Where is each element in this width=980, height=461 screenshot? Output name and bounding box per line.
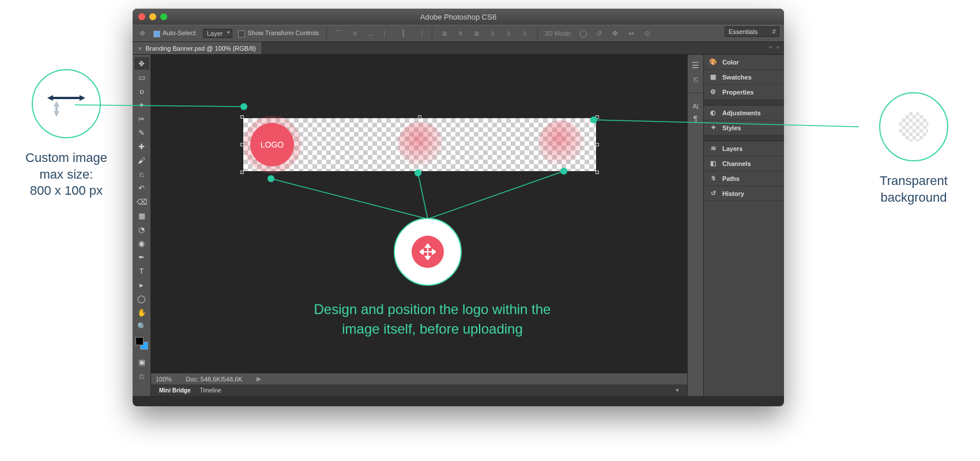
- bottom-panel-collapse-icon[interactable]: ▾: [671, 385, 684, 395]
- distribute-top-icon[interactable]: ≣: [439, 28, 450, 39]
- panel-channels[interactable]: ◧Channels: [704, 156, 784, 171]
- annotation-right-circle: [879, 92, 948, 161]
- healing-brush-tool[interactable]: ✚: [134, 140, 149, 153]
- show-transform-label: Show Transform Controls: [247, 29, 319, 36]
- history-brush-tool[interactable]: ↶: [134, 182, 149, 194]
- screen-mode-toggle[interactable]: ⏍: [134, 369, 149, 382]
- magic-wand-tool[interactable]: ✦: [134, 99, 149, 111]
- annotation-center-circle: [394, 218, 462, 286]
- mode-3d-label: 3D Mode:: [545, 30, 572, 37]
- mini-bridge-tab[interactable]: Mini Bridge: [154, 386, 195, 395]
- align-right-icon[interactable]: ⎹: [414, 28, 425, 39]
- styles-icon: ✦: [708, 124, 718, 131]
- logo-layer[interactable]: LOGO: [250, 123, 294, 167]
- panel-swatches[interactable]: ▦Swatches: [704, 70, 784, 85]
- swatches-icon: ▦: [708, 73, 718, 81]
- workspace-switcher[interactable]: Essentials: [725, 27, 779, 37]
- 3d-orbit-icon[interactable]: ◯: [578, 28, 588, 39]
- palette-icon: 🎨: [708, 58, 718, 66]
- panel-color[interactable]: 🎨Color: [704, 55, 784, 70]
- paragraph-panel-icon[interactable]: ¶: [693, 114, 698, 123]
- svg-marker-2: [80, 95, 85, 101]
- blur-tool[interactable]: ◔: [134, 223, 149, 236]
- lasso-tool[interactable]: ʋ: [134, 85, 149, 97]
- align-top-icon[interactable]: ⎴: [334, 28, 344, 39]
- tab-overflow-icon[interactable]: « »: [766, 42, 784, 54]
- crop-tool[interactable]: ✂: [134, 112, 149, 125]
- document-tab-label: Branding Banner.psd @ 100% (RGB/8): [145, 45, 256, 52]
- auto-select-mode-select[interactable]: Layer: [203, 29, 233, 38]
- document-canvas[interactable]: LOGO: [243, 118, 596, 171]
- clone-stamp-tool[interactable]: ⎌: [134, 168, 149, 180]
- toolbox: ✥ ▭ ʋ ✦ ✂ ✎ ✚ 🖌 ⎌ ↶ ⌫ ▦ ◔ ◉ ✒ T ▸ ◯ ✋ 🔍 …: [133, 55, 151, 396]
- panel-styles[interactable]: ✦Styles: [704, 120, 784, 135]
- align-left-icon[interactable]: ⎸: [382, 28, 393, 39]
- window-title: Adobe Photoshop CS6: [133, 13, 784, 21]
- move-icon-badge: [412, 236, 444, 268]
- distribute-vcenter-icon[interactable]: ≡: [455, 28, 466, 39]
- annotation-right: Transparent background: [853, 92, 974, 206]
- 3d-slide-icon[interactable]: ⇔: [626, 28, 636, 39]
- bottom-panel-tabs: Mini Bridge Timeline ▾: [151, 384, 687, 396]
- auto-select-label: Auto-Select:: [163, 29, 197, 36]
- foreground-color-swatch[interactable]: [135, 337, 144, 345]
- zoom-tool[interactable]: 🔍: [134, 320, 149, 332]
- align-hcenter-icon[interactable]: ┇: [398, 28, 409, 39]
- color-swatches[interactable]: [135, 337, 148, 350]
- 3d-zoom-icon[interactable]: ⊙: [642, 28, 653, 39]
- doc-info[interactable]: Doc: 548,6K/548,6K: [186, 376, 242, 383]
- layers-icon: ≋: [708, 145, 718, 152]
- adjustments-icon: ◐: [708, 109, 718, 116]
- titlebar: Adobe Photoshop CS6: [133, 9, 784, 25]
- document-tab[interactable]: × Branding Banner.psd @ 100% (RGB/8): [133, 42, 262, 54]
- annotation-left-circle: [32, 69, 101, 138]
- zoom-level[interactable]: 100%: [156, 376, 172, 383]
- timeline-tab[interactable]: Timeline: [195, 386, 225, 395]
- eraser-tool[interactable]: ⌫: [134, 195, 149, 208]
- dodge-tool[interactable]: ◉: [134, 237, 149, 250]
- annotation-left-label: Custom image max size: 800 x 100 px: [6, 150, 127, 199]
- align-vcenter-icon[interactable]: ≡: [350, 28, 360, 39]
- character-panel-icon[interactable]: A|: [692, 103, 698, 109]
- align-bottom-icon[interactable]: ⎵: [366, 28, 376, 39]
- right-panels: 🎨Color ▦Swatches ⚙Properties ◐Adjustment…: [703, 55, 784, 396]
- decorative-blob-1[interactable]: [398, 122, 443, 167]
- show-transform-checkbox[interactable]: [238, 31, 245, 37]
- path-selection-tool[interactable]: ▸: [134, 278, 149, 291]
- gradient-tool[interactable]: ▦: [134, 209, 149, 222]
- paths-icon: ↯: [708, 175, 718, 182]
- panel-adjustments[interactable]: ◐Adjustments: [704, 105, 784, 120]
- distribute-bottom-icon[interactable]: ≣: [472, 28, 482, 39]
- annotation-right-label: Transparent background: [853, 173, 974, 206]
- distribute-hcenter-icon[interactable]: ⫴: [504, 28, 514, 39]
- panel-properties[interactable]: ⚙Properties: [704, 85, 784, 100]
- status-flyout-icon[interactable]: ▶: [257, 375, 261, 383]
- brush-tool[interactable]: 🖌: [134, 154, 149, 167]
- clone-source-panel-icon[interactable]: ⎌: [693, 74, 698, 84]
- svg-marker-18: [425, 244, 430, 247]
- pen-tool[interactable]: ✒: [134, 251, 149, 263]
- hand-tool[interactable]: ✋: [134, 306, 149, 319]
- shape-tool[interactable]: ◯: [134, 292, 149, 305]
- brush-panel-icon[interactable]: ☰: [692, 61, 699, 70]
- 3d-roll-icon[interactable]: ↺: [594, 28, 604, 39]
- marquee-tool[interactable]: ▭: [134, 71, 149, 84]
- photoshop-window: Adobe Photoshop CS6 ✥ Auto-Select: Layer…: [133, 9, 784, 406]
- svg-marker-1: [47, 95, 53, 101]
- distribute-left-icon[interactable]: ⫴: [488, 28, 498, 39]
- panel-layers[interactable]: ≋Layers: [704, 141, 784, 156]
- decorative-blob-2[interactable]: [538, 120, 583, 165]
- channels-icon: ◧: [708, 160, 718, 167]
- 3d-pan-icon[interactable]: ✥: [610, 28, 620, 39]
- auto-select-checkbox[interactable]: [153, 31, 160, 37]
- annotation-center-caption: Design and position the logo within the …: [248, 300, 617, 338]
- move-tool[interactable]: ✥: [134, 57, 149, 70]
- svg-marker-5: [54, 111, 59, 117]
- quick-mask-toggle[interactable]: ▣: [134, 356, 149, 368]
- type-tool[interactable]: T: [134, 264, 149, 277]
- panel-paths[interactable]: ↯Paths: [704, 171, 784, 186]
- distribute-right-icon[interactable]: ⫴: [520, 28, 530, 39]
- eyedropper-tool[interactable]: ✎: [134, 126, 149, 139]
- properties-icon: ⚙: [708, 88, 718, 96]
- panel-history[interactable]: ↺History: [704, 186, 784, 201]
